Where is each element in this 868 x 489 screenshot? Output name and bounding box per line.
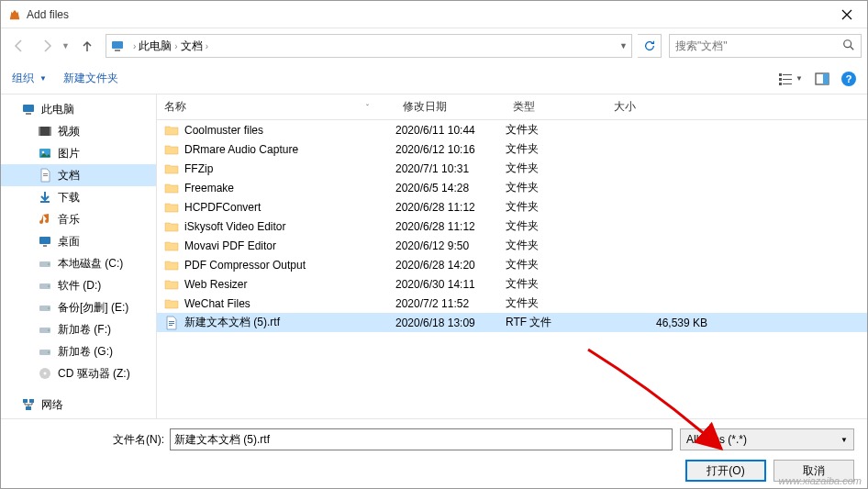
- svg-rect-22: [43, 245, 47, 247]
- file-type-filter[interactable]: All Files (*.*) ▼: [680, 428, 854, 450]
- filter-dropdown-icon: ▼: [840, 436, 848, 444]
- svg-point-26: [48, 285, 50, 287]
- svg-rect-35: [23, 399, 28, 403]
- file-row[interactable]: HCPDFConvert2020/6/28 11:12文件夹: [157, 197, 867, 217]
- sidebar-item-video[interactable]: 视频: [1, 120, 156, 142]
- svg-rect-38: [169, 321, 174, 322]
- filename-input[interactable]: [170, 428, 673, 450]
- help-icon[interactable]: ?: [841, 72, 856, 86]
- header-name[interactable]: 名称ˇ: [157, 94, 395, 119]
- close-button[interactable]: [829, 2, 865, 28]
- organize-menu[interactable]: 组织: [12, 71, 34, 86]
- sidebar-item-cd[interactable]: CD 驱动器 (Z:): [1, 362, 156, 384]
- svg-rect-40: [169, 325, 172, 326]
- search-input[interactable]: [675, 39, 842, 52]
- forward-button[interactable]: [34, 33, 60, 59]
- sidebar-item-label: 软件 (D:): [58, 278, 101, 294]
- sidebar-item-pc[interactable]: 此电脑: [1, 98, 156, 120]
- sidebar-item-pictures[interactable]: 图片: [1, 142, 156, 164]
- new-folder-button[interactable]: 新建文件夹: [63, 71, 118, 86]
- drive-icon: [38, 256, 52, 271]
- file-row[interactable]: FFZip2020/7/1 10:31文件夹: [157, 159, 867, 178]
- file-row[interactable]: Freemake2020/6/5 14:28文件夹: [157, 178, 867, 197]
- up-button[interactable]: [74, 33, 100, 59]
- file-row[interactable]: Coolmuster files2020/6/11 10:44文件夹: [157, 120, 867, 139]
- svg-rect-20: [40, 201, 50, 203]
- header-date[interactable]: 修改日期: [395, 94, 506, 119]
- sidebar-item-documents[interactable]: 文档: [1, 164, 156, 186]
- sidebar-item-label: CD 驱动器 (Z:): [58, 366, 130, 382]
- breadcrumb-folder[interactable]: 文档: [181, 39, 203, 54]
- preview-pane-button[interactable]: [814, 71, 830, 87]
- refresh-button[interactable]: [638, 34, 662, 58]
- address-bar[interactable]: › 此电脑 › 文档 › ▼: [106, 34, 632, 58]
- svg-point-17: [42, 151, 45, 154]
- file-type: 文件夹: [506, 180, 606, 195]
- history-dropdown[interactable]: ▼: [61, 41, 72, 50]
- folder-icon: [164, 142, 179, 157]
- file-row[interactable]: Movavi PDF Editor2020/6/12 9:50文件夹: [157, 236, 867, 255]
- sidebar-item-drive[interactable]: 本地磁盘 (C:): [1, 252, 156, 274]
- file-date: 2020/6/18 13:09: [395, 317, 506, 329]
- chevron-right-icon: ›: [133, 41, 136, 51]
- folder-icon: [164, 161, 179, 176]
- file-type: 文件夹: [506, 161, 606, 176]
- main-area: 此电脑视频图片文档下载音乐桌面本地磁盘 (C:)软件 (D:)备份[勿删] (E…: [1, 94, 867, 456]
- file-row[interactable]: iSkysoft Video Editor2020/6/28 11:12文件夹: [157, 217, 867, 236]
- documents-icon: [38, 168, 52, 183]
- file-row[interactable]: WeChat Files2020/7/2 11:52文件夹: [157, 294, 867, 313]
- navigation-bar: ▼ › 此电脑 › 文档 › ▼: [1, 28, 867, 63]
- svg-rect-14: [39, 127, 40, 136]
- downloads-icon: [38, 190, 52, 205]
- open-button[interactable]: 打开(O): [685, 460, 766, 482]
- file-row[interactable]: 新建文本文档 (5).rtf2020/6/18 13:09RTF 文件46,53…: [157, 313, 867, 332]
- address-dropdown-icon[interactable]: ▼: [619, 41, 628, 50]
- folder-icon: [164, 239, 179, 253]
- file-row[interactable]: Web Resizer2020/6/30 14:11文件夹: [157, 274, 867, 294]
- sidebar-item-desktop[interactable]: 桌面: [1, 230, 156, 252]
- search-box[interactable]: [669, 34, 862, 58]
- toolbar: 组织 ▼ 新建文件夹 ▼ ?: [1, 63, 867, 94]
- file-type: RTF 文件: [506, 315, 606, 330]
- file-row[interactable]: DRmare Audio Capture2020/6/12 10:16文件夹: [157, 139, 867, 159]
- drive-icon: [38, 300, 52, 315]
- search-icon[interactable]: [842, 39, 855, 54]
- header-type[interactable]: 类型: [506, 94, 606, 119]
- sidebar-item-label: 网络: [41, 397, 63, 413]
- cancel-button[interactable]: 取消: [773, 460, 854, 482]
- video-icon: [38, 124, 52, 139]
- file-date: 2020/6/28 14:20: [395, 259, 506, 272]
- sidebar-item-drive[interactable]: 备份[勿删] (E:): [1, 296, 156, 318]
- file-name: PDF Compressor Output: [184, 259, 395, 272]
- svg-rect-37: [26, 406, 31, 410]
- svg-rect-18: [43, 173, 48, 174]
- sidebar-item-drive[interactable]: 新加卷 (F:): [1, 318, 156, 340]
- back-button[interactable]: [6, 33, 32, 59]
- breadcrumb-root[interactable]: 此电脑: [139, 39, 172, 54]
- header-size[interactable]: 大小: [606, 94, 707, 119]
- svg-rect-13: [39, 127, 51, 136]
- file-type: 文件夹: [506, 199, 606, 215]
- drive-icon: [38, 322, 52, 337]
- svg-rect-8: [783, 83, 792, 84]
- titlebar: Add files: [1, 1, 867, 28]
- sidebar-item-downloads[interactable]: 下载: [1, 186, 156, 208]
- svg-rect-5: [779, 78, 782, 81]
- sidebar-item-network[interactable]: 网络: [1, 394, 156, 416]
- sidebar-item-label: 图片: [58, 146, 80, 161]
- svg-rect-39: [169, 323, 174, 324]
- file-date: 2020/6/28 11:12: [395, 220, 506, 233]
- sidebar-item-music[interactable]: 音乐: [1, 208, 156, 230]
- window-title: Add files: [27, 8, 829, 21]
- sidebar-item-drive[interactable]: 新加卷 (G:): [1, 340, 156, 362]
- view-list-button[interactable]: ▼: [777, 71, 803, 87]
- organize-dropdown-icon[interactable]: ▼: [39, 74, 47, 83]
- svg-rect-1: [115, 50, 120, 51]
- file-name: Movavi PDF Editor: [184, 239, 395, 252]
- sidebar-item-drive[interactable]: 软件 (D:): [1, 274, 156, 296]
- sidebar-item-label: 文档: [58, 168, 80, 183]
- file-row[interactable]: PDF Compressor Output2020/6/28 14:20文件夹: [157, 255, 867, 274]
- svg-rect-0: [112, 41, 123, 49]
- file-type: 文件夹: [506, 238, 606, 253]
- filename-label: 文件名(N):: [113, 432, 164, 448]
